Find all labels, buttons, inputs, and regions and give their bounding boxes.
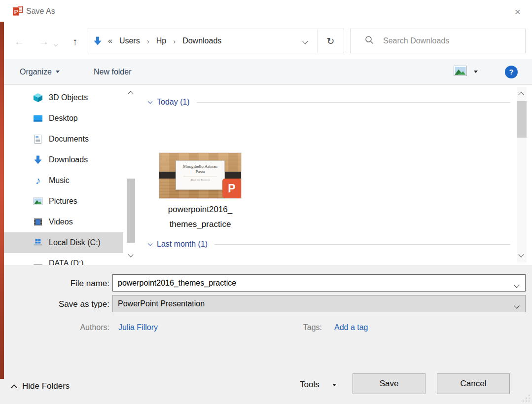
title-bar: P Save As × (0, 0, 532, 22)
file-name-caption: powerpoint2016_ themes_practice (155, 202, 246, 232)
save-type-dropdown-icon[interactable] (515, 301, 519, 310)
breadcrumb-separator: › (167, 37, 181, 45)
cube-icon (32, 92, 44, 103)
scrollbar-thumb[interactable] (517, 101, 527, 138)
group-header-today[interactable]: Today (1) (141, 96, 515, 108)
scroll-up-icon[interactable] (518, 92, 524, 97)
powerpoint-app-icon: P (12, 5, 24, 17)
file-name-input[interactable] (112, 274, 526, 292)
add-tag-link[interactable]: Add a tag (334, 323, 368, 332)
file-name-label: File name: (0, 279, 109, 289)
group-divider (197, 102, 510, 103)
breadcrumb-separator: › (141, 37, 155, 45)
up-button[interactable]: ↑ (68, 35, 82, 48)
sidebar-scrollbar[interactable] (125, 85, 137, 265)
app-edge-strip (0, 22, 4, 379)
tools-button[interactable]: Tools (300, 380, 336, 390)
scrollbar-thumb[interactable] (127, 179, 135, 243)
resize-grip[interactable] (523, 395, 530, 402)
sidebar-item[interactable]: Videos (4, 212, 123, 232)
disk-icon (32, 258, 44, 265)
tools-dropdown-icon (332, 384, 336, 386)
thumbnail-view-icon (454, 66, 467, 78)
powerpoint-badge-icon: P (222, 179, 241, 198)
view-dropdown-icon[interactable] (474, 71, 478, 73)
sidebar-item[interactable]: DATA (D:) (4, 253, 123, 265)
command-toolbar: Organize New folder (0, 59, 532, 85)
organize-button[interactable]: Organize (20, 59, 60, 84)
authors-value[interactable]: Julia Fillory (118, 323, 158, 332)
group-header-last-month[interactable]: Last month (1) (141, 238, 515, 250)
new-folder-button[interactable]: New folder (94, 59, 131, 84)
breadcrumb[interactable]: « Users › Hp › Downloads › (87, 29, 317, 53)
file-name-dropdown-icon[interactable] (515, 280, 519, 289)
search-input[interactable] (383, 29, 525, 53)
sidebar-item[interactable]: Downloads (4, 149, 123, 170)
disk-windows-icon (32, 237, 44, 248)
view-options-button[interactable] (454, 59, 478, 84)
hide-folders-button[interactable]: Hide Folders (12, 381, 70, 391)
file-browser: 3D Objects Desktop Documents Downloads ♪… (4, 85, 529, 265)
collapse-group-icon[interactable] (148, 99, 153, 104)
slide-title-card: Mongibello Artisan Pasta About Our Busin… (176, 160, 225, 190)
sidebar-item[interactable]: Local Disk (C:) (4, 232, 123, 253)
picture-icon (32, 196, 44, 207)
authors-label: Authors: (0, 323, 109, 332)
address-bar[interactable]: « Users › Hp › Downloads › ↻ (87, 29, 344, 53)
save-panel: File name: Save as type: PowerPoint Pres… (0, 265, 532, 404)
sidebar-item[interactable]: ♪ Music (4, 170, 123, 191)
sidebar-item[interactable]: Desktop (4, 108, 123, 129)
sidebar-item[interactable]: 3D Objects (4, 87, 123, 108)
group-divider (214, 244, 510, 245)
close-icon[interactable]: × (510, 5, 526, 19)
tags-label: Tags: (293, 323, 322, 332)
save-button[interactable]: Save (353, 373, 426, 394)
file-item[interactable]: Mongibello Artisan Pasta About Our Busin… (155, 153, 246, 232)
downloads-folder-icon (92, 36, 103, 46)
sidebar-item[interactable]: Pictures (4, 191, 123, 212)
slide-accent-bar (159, 172, 176, 179)
refresh-button[interactable]: ↻ (317, 29, 344, 53)
help-button[interactable]: ? (505, 66, 518, 78)
window-title: Save As (26, 7, 55, 16)
breadcrumb-root[interactable]: « (108, 37, 112, 45)
svg-text:P: P (14, 9, 18, 15)
breadcrumb-item[interactable]: Users › (118, 37, 155, 45)
desktop-icon (32, 113, 44, 124)
list-scrollbar[interactable] (517, 87, 527, 262)
document-icon (32, 134, 44, 145)
organize-dropdown-icon (56, 71, 60, 73)
navigation-pane: 3D Objects Desktop Documents Downloads ♪… (4, 85, 127, 265)
file-thumbnail: Mongibello Artisan Pasta About Our Busin… (159, 153, 241, 198)
breadcrumb-item[interactable]: Downloads › (181, 37, 222, 45)
video-icon (32, 217, 44, 227)
scroll-down-icon[interactable] (128, 252, 133, 257)
slide-accent-bar (223, 172, 241, 179)
sidebar-item[interactable]: Documents (4, 129, 123, 149)
cancel-button[interactable]: Cancel (437, 373, 510, 394)
search-box[interactable] (350, 29, 526, 53)
music-icon: ♪ (32, 175, 44, 186)
search-icon (364, 35, 374, 47)
history-dropdown-icon[interactable] (54, 39, 57, 48)
chevron-up-icon (11, 384, 17, 391)
scroll-down-icon[interactable] (518, 252, 524, 257)
breadcrumb-item[interactable]: Hp › (155, 37, 181, 45)
breadcrumb-items: Users › Hp › Downloads › (118, 37, 222, 45)
file-list: Today (1) Mongibello Artisan Pasta About… (141, 85, 515, 265)
download-icon (32, 154, 44, 165)
save-as-type-label: Save as type: (0, 299, 109, 309)
address-dropdown-icon[interactable] (303, 37, 307, 45)
back-button[interactable]: ← (12, 35, 27, 48)
collapse-group-icon[interactable] (148, 241, 153, 246)
save-as-type-select[interactable]: PowerPoint Presentation (112, 295, 526, 312)
forward-button[interactable]: → (36, 35, 51, 48)
scroll-up-icon[interactable] (128, 91, 133, 96)
